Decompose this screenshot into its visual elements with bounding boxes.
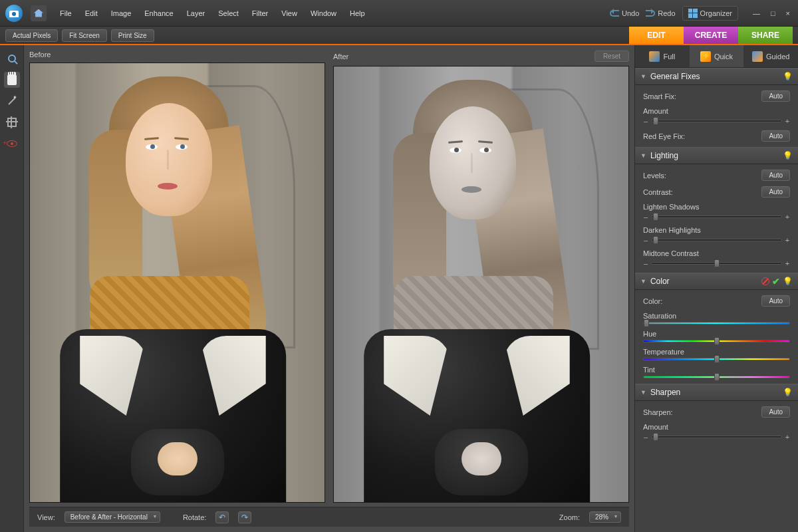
crop-tool[interactable] <box>4 114 20 130</box>
red-eye-tool[interactable] <box>4 136 20 152</box>
quick-icon <box>700 51 711 62</box>
smart-fix-label: Smart Fix: <box>643 92 676 100</box>
darken-highlights-slider[interactable] <box>651 239 782 241</box>
adjustments-panel: Full Quick Guided ▼General Fixes💡 Smart … <box>634 45 798 532</box>
lighten-shadows-slider[interactable] <box>651 215 782 218</box>
tint-slider[interactable] <box>643 376 790 378</box>
midtone-contrast-slider[interactable] <box>651 262 782 265</box>
midtone-contrast-label: Midtone Contrast <box>643 249 790 257</box>
canvas-footer: View: Before & After - Horizontal Rotate… <box>29 507 629 527</box>
tip-icon[interactable]: 💡 <box>783 388 793 397</box>
minimize-button[interactable]: — <box>750 8 763 19</box>
tip-icon[interactable]: 💡 <box>783 151 793 160</box>
canvas-area: Before AfterReset <box>24 45 634 532</box>
menu-file[interactable]: File <box>55 7 77 20</box>
tip-icon[interactable]: 💡 <box>783 72 793 81</box>
cancel-icon[interactable] <box>761 277 769 285</box>
menu-help[interactable]: Help <box>344 7 370 20</box>
chevron-down-icon: ▼ <box>640 389 646 396</box>
smart-fix-amount-slider[interactable] <box>651 120 782 122</box>
rotate-ccw-button[interactable]: ↶ <box>215 511 229 523</box>
view-tab-guided[interactable]: Guided <box>743 45 798 67</box>
edit-view-tabs: Full Quick Guided <box>635 45 798 68</box>
lighten-shadows-label: Lighten Shadows <box>643 203 790 211</box>
sharpen-label: Sharpen: <box>643 408 673 416</box>
rotate-cw-button[interactable]: ↷ <box>238 511 251 523</box>
close-button[interactable]: × <box>783 8 793 19</box>
hue-slider[interactable] <box>643 340 790 342</box>
after-label: After <box>333 53 348 61</box>
print-size-button[interactable]: Print Size <box>111 29 154 42</box>
chevron-down-icon: ▼ <box>640 152 646 159</box>
red-eye-label: Red Eye Fix: <box>643 132 685 140</box>
view-mode-select[interactable]: Before & After - Horizontal <box>65 511 160 523</box>
zoom-tool[interactable] <box>4 51 20 66</box>
section-color[interactable]: ▼Color✔💡 <box>635 273 798 290</box>
view-tab-quick[interactable]: Quick <box>690 45 744 67</box>
section-general-fixes[interactable]: ▼General Fixes💡 <box>635 68 798 85</box>
tip-icon[interactable]: 💡 <box>783 277 793 286</box>
quick-selection-tool[interactable] <box>4 93 20 109</box>
section-lighting[interactable]: ▼Lighting💡 <box>635 147 798 164</box>
app-logo-icon <box>5 5 23 22</box>
organizer-button[interactable]: Organizer <box>682 6 738 21</box>
before-canvas[interactable] <box>29 63 325 503</box>
color-auto-button[interactable]: Auto <box>761 295 790 307</box>
darken-highlights-label: Darken Highlights <box>643 226 790 234</box>
after-canvas[interactable] <box>333 66 629 503</box>
main-area: Before AfterReset <box>0 45 798 532</box>
amount-label: Amount <box>643 107 790 115</box>
smart-fix-auto-button[interactable]: Auto <box>761 90 790 102</box>
full-icon <box>649 51 660 62</box>
saturation-slider[interactable] <box>643 322 790 325</box>
zoom-select[interactable]: 28% <box>589 511 621 523</box>
window-controls: — □ × <box>750 8 793 19</box>
view-tab-full[interactable]: Full <box>635 45 690 67</box>
mode-tab-share[interactable]: SHARE <box>738 27 793 44</box>
rotate-label: Rotate: <box>183 513 206 521</box>
tool-palette <box>0 45 24 532</box>
red-eye-icon <box>7 140 17 147</box>
undo-button[interactable]: Undo <box>610 9 639 17</box>
before-pane: Before <box>29 51 325 503</box>
commit-icon[interactable]: ✔ <box>772 276 780 287</box>
section-sharpen[interactable]: ▼Sharpen💡 <box>635 384 798 401</box>
maximize-button[interactable]: □ <box>768 8 778 19</box>
magic-wand-icon <box>7 96 17 106</box>
menu-filter[interactable]: Filter <box>247 7 273 20</box>
crop-icon <box>7 118 17 127</box>
mode-tab-edit[interactable]: EDIT <box>629 27 684 44</box>
sharpen-amount-label: Amount <box>643 423 790 431</box>
temperature-slider[interactable] <box>643 358 790 360</box>
sharpen-amount-slider[interactable] <box>651 436 782 438</box>
home-icon <box>34 9 43 17</box>
menu-edit[interactable]: Edit <box>80 7 103 20</box>
menu-select[interactable]: Select <box>213 7 244 20</box>
menu-layer[interactable]: Layer <box>182 7 211 20</box>
menu-window[interactable]: Window <box>305 7 342 20</box>
contrast-auto-button[interactable]: Auto <box>761 186 790 198</box>
menu-image[interactable]: Image <box>106 7 137 20</box>
view-label: View: <box>37 513 55 521</box>
zoom-label: Zoom: <box>559 513 580 521</box>
mode-tabs: EDIT CREATE SHARE <box>629 27 793 44</box>
options-bar: Actual Pixels Fit Screen Print Size EDIT… <box>0 27 798 45</box>
hand-tool[interactable] <box>4 72 20 88</box>
before-label: Before <box>29 51 51 59</box>
menu-enhance[interactable]: Enhance <box>139 7 178 20</box>
red-eye-auto-button[interactable]: Auto <box>761 130 790 142</box>
home-button[interactable] <box>31 5 47 21</box>
redo-button[interactable]: Redo <box>646 9 675 17</box>
actual-pixels-button[interactable]: Actual Pixels <box>5 29 58 42</box>
menubar: File Edit Image Enhance Layer Select Fil… <box>0 0 798 27</box>
chevron-down-icon: ▼ <box>640 73 646 80</box>
fit-screen-button[interactable]: Fit Screen <box>62 29 107 42</box>
mode-tab-create[interactable]: CREATE <box>684 27 738 44</box>
reset-button[interactable]: Reset <box>595 51 629 62</box>
menu-view[interactable]: View <box>276 7 303 20</box>
levels-auto-button[interactable]: Auto <box>761 170 790 181</box>
guided-icon <box>752 51 763 62</box>
color-label: Color: <box>643 297 662 305</box>
sharpen-auto-button[interactable]: Auto <box>761 406 790 418</box>
contrast-label: Contrast: <box>643 188 673 196</box>
